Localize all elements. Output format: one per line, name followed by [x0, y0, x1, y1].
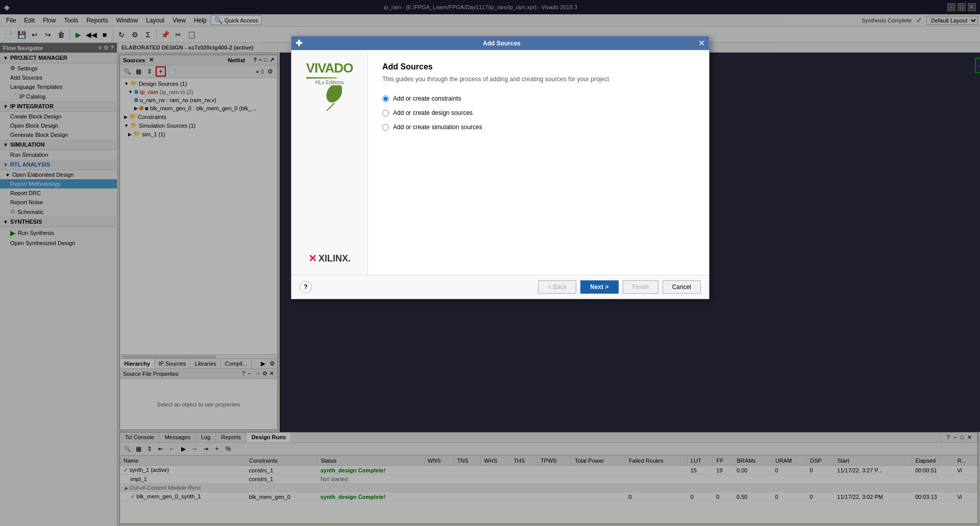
modal-title: Add Sources: [483, 40, 521, 47]
modal-titlebar: ✚ Add Sources ✕: [291, 36, 709, 50]
vivado-brand: VIVADO: [306, 60, 353, 76]
modal-left-panel: VIVADO HLx Editions ✕ XILINX.: [291, 50, 368, 275]
radio-constraints-input[interactable]: [382, 95, 389, 102]
xilinx-text: XILINX.: [318, 253, 351, 264]
modal-body: VIVADO HLx Editions ✕ XILINX. Add So: [291, 50, 709, 275]
modal-overlay: ✚ Add Sources ✕ VIVADO HLx Editions ✕: [0, 0, 980, 526]
radio-simulation[interactable]: Add or create simulation sources: [382, 124, 695, 131]
modal-help-button[interactable]: ?: [300, 281, 312, 293]
cancel-button[interactable]: Cancel: [663, 280, 701, 294]
modal-footer: ? < Back Next > Finish Cancel: [291, 275, 709, 299]
vivado-leaf-icon: [316, 85, 342, 111]
next-button[interactable]: Next >: [580, 280, 618, 294]
add-sources-dialog: ✚ Add Sources ✕ VIVADO HLx Editions ✕: [291, 36, 709, 299]
xilinx-logo: ✕ XILINX.: [308, 252, 351, 265]
modal-title-icon: ✚: [296, 38, 302, 48]
svg-line-4: [327, 103, 334, 111]
finish-button[interactable]: Finish: [623, 280, 658, 294]
radio-design[interactable]: Add or create design sources: [382, 109, 695, 116]
vivado-underline: [306, 77, 337, 79]
xilinx-x-icon: ✕: [308, 252, 317, 265]
modal-footer-buttons: < Back Next > Finish Cancel: [538, 280, 701, 294]
radio-group: Add or create constraints Add or create …: [382, 95, 695, 131]
radio-constraints[interactable]: Add or create constraints: [382, 95, 695, 102]
back-button[interactable]: < Back: [538, 280, 576, 294]
vivado-logo: VIVADO HLx Editions: [306, 60, 353, 112]
radio-constraints-label: Add or create constraints: [393, 95, 461, 102]
modal-description: This guides you through the process of a…: [382, 76, 695, 83]
modal-close-button[interactable]: ✕: [698, 39, 705, 47]
modal-heading: Add Sources: [382, 62, 695, 71]
radio-design-input[interactable]: [382, 110, 389, 116]
vivado-edition: HLx Editions: [306, 80, 353, 85]
radio-simulation-input[interactable]: [382, 124, 389, 131]
modal-right-panel: Add Sources This guides you through the …: [368, 50, 709, 275]
svg-point-3: [323, 85, 342, 105]
radio-simulation-label: Add or create simulation sources: [393, 124, 482, 131]
radio-design-label: Add or create design sources: [393, 109, 473, 116]
